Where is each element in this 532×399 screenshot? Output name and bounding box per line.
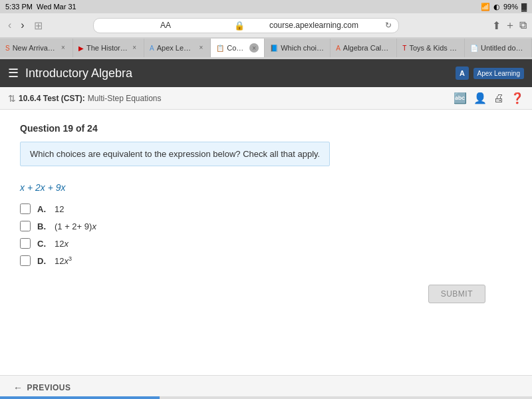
tab-favicon-4: 📋 [216,45,224,52]
tab-courses[interactable]: 📋 Courses × [211,39,265,57]
date-display: Wed Mar 31 [37,3,76,11]
battery-display: 99% [503,3,518,11]
choice-checkbox-c[interactable] [20,238,31,249]
apex-logo-area: A Apex Learning [455,66,525,80]
submit-area: SUBMIT [20,285,512,303]
tab-new-arrivals[interactable]: S New Arrivals: D... × [0,39,73,57]
tab-label-4: Courses [227,44,247,52]
prev-arrow-icon: ← [13,382,23,393]
apex-logo-icon: A [455,66,469,80]
tab-label-6: Algebra Calcula... [343,44,391,52]
print-icon[interactable]: 🖨 [493,92,504,104]
menu-icon[interactable]: ☰ [8,66,19,80]
wifi-icon: 📶 [481,3,490,11]
choice-letter-d: D. [37,256,48,266]
question-header: Question 19 of 24 [20,123,512,134]
choice-row-b: B. (1 + 2+ 9)x [20,221,512,231]
tab-label-3: Apex Learning [157,44,195,52]
tab-label-5: Which choices... [281,44,325,52]
new-tab-button[interactable]: ＋ [505,19,515,33]
answer-choices: A. 12 B. (1 + 2+ 9)x C. 12x D. 12x3 [20,203,512,266]
sub-header: ⇅ 10.6.4 Test (CST): Multi-Step Equation… [0,87,532,110]
time-display: 5:33 PM [5,3,33,11]
tab-favicon-1: S [5,45,10,52]
tab-label-7: Toys & Kids Sub... [409,44,459,52]
battery-icon: ▓ [521,3,527,11]
app-title: Introductory Algebra [25,66,455,80]
tab-favicon-7: T [402,45,406,52]
tab-label-1: New Arrivals: D... [13,44,57,52]
choice-text-a: 12 [55,204,64,214]
tabs-bar: S New Arrivals: D... × ▶ The History of.… [0,37,532,59]
tab-history[interactable]: ▶ The History of... × [73,39,144,57]
main-content: Question 19 of 24 Which choices are equi… [0,110,532,376]
tab-favicon-3: A [150,45,154,52]
tab-label-2: The History of... [86,44,128,52]
choice-checkbox-d[interactable] [20,255,31,266]
tab-close-3[interactable]: × [197,44,205,52]
back-button[interactable]: ‹ [5,18,14,33]
tab-favicon-8: 📄 [470,45,478,52]
tab-favicon-6: A [336,45,340,52]
tab-which-choices[interactable]: 📘 Which choices... [265,39,331,57]
choice-text-c: 12x [55,239,68,249]
tab-label-8: Untitled docum... [481,44,526,52]
breadcrumb-arrow-icon: ⇅ [8,93,16,104]
progress-bar-fill [0,396,160,399]
browser-chrome: ‹ › ⊞ AA 🔒 course.apexlearning.com ↻ ⬆ ＋… [0,13,532,59]
url-bar[interactable]: AA 🔒 course.apexlearning.com ↻ [93,18,399,33]
tab-favicon-5: 📘 [270,45,278,52]
nav-bar: ‹ › ⊞ AA 🔒 course.apexlearning.com ↻ ⬆ ＋… [0,13,532,37]
help-icon[interactable]: ❓ [511,92,524,104]
tab-apex-learning[interactable]: A Apex Learning × [144,39,211,57]
expression-display: x + 2x + 9x [20,182,512,193]
forward-button[interactable]: › [18,18,27,33]
previous-label: PREVIOUS [27,383,71,392]
tab-close-4[interactable]: × [249,43,259,53]
choice-letter-b: B. [37,221,48,231]
nav-right-buttons: ⬆ ＋ ⧉ [492,19,527,33]
reload-icon[interactable]: ↻ [385,21,392,30]
tab-untitled[interactable]: 📄 Untitled docum... [465,39,532,57]
tab-toys-kids[interactable]: T Toys & Kids Sub... [397,39,465,57]
person-icon[interactable]: 👤 [473,92,487,104]
status-right: 📶 ◐ 99% ▓ [481,3,527,11]
choice-checkbox-b[interactable] [20,221,31,231]
tab-favicon-2: ▶ [78,45,84,52]
choice-text-b: (1 + 2+ 9)x [55,221,96,231]
breadcrumb-section: 10.6.4 Test (CST): [19,94,85,103]
url-text: course.apexlearning.com [249,21,378,30]
submit-button[interactable]: SUBMIT [428,285,485,303]
footer: ← PREVIOUS [0,375,532,399]
sub-header-icons: 🔤 👤 🖨 ❓ [454,92,524,104]
choice-row-a: A. 12 [20,203,512,214]
choice-row-c: C. 12x [20,238,512,249]
tabs-button[interactable]: ⧉ [519,19,527,31]
tab-algebra-calc[interactable]: A Algebra Calcula... [331,39,397,57]
tab-close-1[interactable]: × [59,44,67,52]
app-header: ☰ Introductory Algebra A Apex Learning [0,59,532,87]
choice-letter-a: A. [37,204,48,214]
choice-row-d: D. 12x3 [20,255,512,266]
url-display-text: AA [100,21,230,30]
status-bar: 5:33 PM Wed Mar 31 📶 ◐ 99% ▓ [0,0,532,13]
progress-bar-container [0,396,532,399]
svg-text:A: A [460,69,465,77]
question-prompt: Which choices are equivalent to the expr… [20,142,330,166]
apex-logo-text: Apex Learning [473,68,525,79]
choice-text-d: 12x3 [55,255,72,266]
tab-grid-button[interactable]: ⊞ [31,18,45,33]
tab-close-2[interactable]: × [130,44,138,52]
share-button[interactable]: ⬆ [492,19,501,32]
translate-icon[interactable]: 🔤 [454,92,467,104]
lock-icon: 🔒 [234,21,245,31]
breadcrumb-title: Multi-Step Equations [88,94,162,103]
status-left: 5:33 PM Wed Mar 31 [5,3,76,11]
breadcrumb: ⇅ 10.6.4 Test (CST): Multi-Step Equation… [8,93,162,104]
previous-button[interactable]: ← PREVIOUS [13,382,71,393]
choice-checkbox-a[interactable] [20,203,31,214]
choice-letter-c: C. [37,239,48,249]
signal-icon: ◐ [493,3,500,11]
